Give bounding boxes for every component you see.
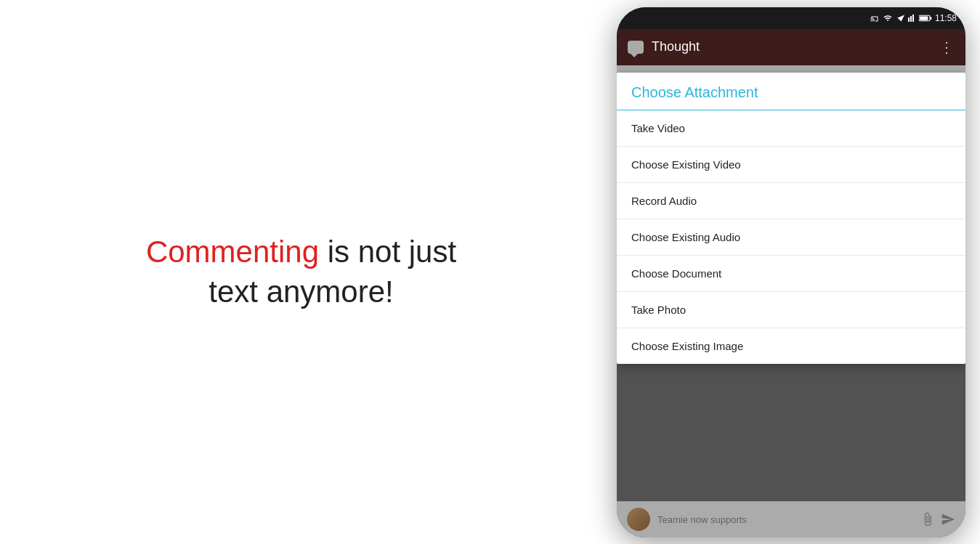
- menu-item-choose-document[interactable]: Choose Document: [617, 256, 965, 292]
- headline-line2: text anymore!: [208, 275, 393, 309]
- app-bar: Thought ⋮: [617, 29, 965, 65]
- menu-item-choose-existing-audio[interactable]: Choose Existing Audio: [617, 219, 965, 256]
- phone-wrapper: 11:58 Thought ⋮ 👩 Sarah Woodman A...: [602, 0, 980, 544]
- menu-item-choose-existing-image[interactable]: Choose Existing Image: [617, 328, 965, 364]
- status-bar: 11:58: [617, 7, 965, 29]
- menu-item-take-video[interactable]: Take Video: [617, 110, 965, 147]
- menu-item-choose-existing-video[interactable]: Choose Existing Video: [617, 147, 965, 183]
- context-menu-header: Choose Attachment: [617, 73, 965, 110]
- menu-item-record-audio[interactable]: Record Audio: [617, 183, 965, 219]
- status-time: 11:58: [935, 13, 957, 23]
- battery-icon: [919, 14, 932, 23]
- screen-content: 👩 Sarah Woodman A... p... Choose Attachm…: [617, 65, 965, 537]
- headline-rest: is not just: [319, 235, 456, 269]
- thought-bubble-icon: [628, 41, 644, 54]
- svg-rect-1: [920, 16, 928, 20]
- app-bar-title: Thought: [652, 39, 932, 54]
- cast-icon: [870, 14, 880, 23]
- signal1-icon: [896, 14, 904, 23]
- context-menu: Choose Attachment Take Video Choose Exis…: [617, 73, 965, 364]
- app-bar-icon: [627, 38, 644, 56]
- context-menu-overlay[interactable]: Choose Attachment Take Video Choose Exis…: [617, 65, 965, 537]
- headline-highlight: Commenting: [146, 235, 319, 269]
- wifi-icon: [883, 14, 893, 23]
- headline: Commenting is not just text anymore!: [146, 232, 456, 312]
- signal2-icon: [907, 14, 916, 23]
- more-options-icon[interactable]: ⋮: [939, 40, 955, 54]
- left-panel: Commenting is not just text anymore!: [0, 203, 602, 341]
- menu-item-take-photo[interactable]: Take Photo: [617, 292, 965, 328]
- status-icons: 11:58: [870, 13, 957, 23]
- svg-rect-2: [930, 17, 931, 20]
- context-menu-title: Choose Attachment: [631, 84, 758, 100]
- phone-device: 11:58 Thought ⋮ 👩 Sarah Woodman A...: [617, 7, 965, 537]
